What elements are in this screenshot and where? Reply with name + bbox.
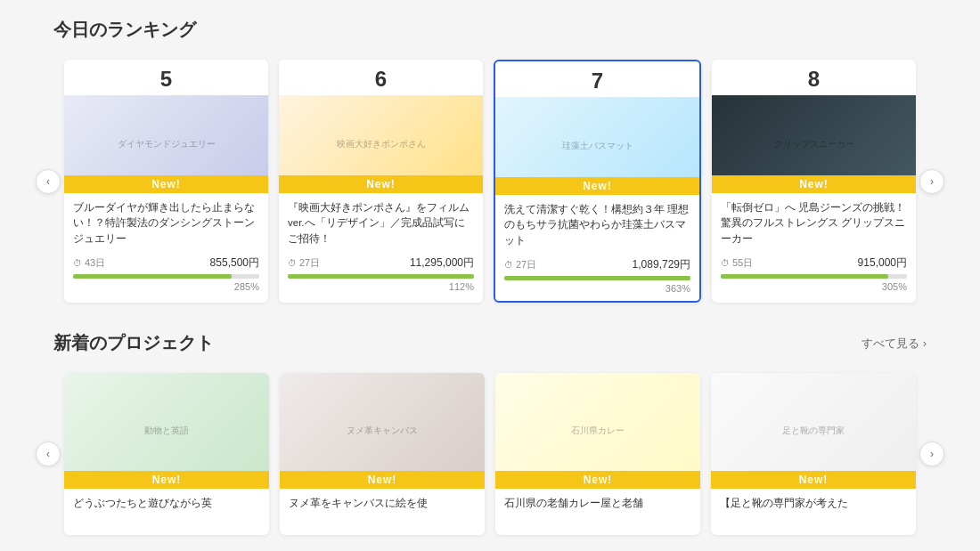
new-badge: New! — [712, 175, 916, 193]
card-days: ⏱ 43日 — [73, 256, 105, 270]
new-project-card-3[interactable]: 石川県カレー New! 石川県の老舗カレー屋と老舗 — [495, 373, 700, 535]
card-body: 「転倒ゼロ」へ 児島ジーンズの挑戦！驚異のフルストレングス グリップスニーカー … — [712, 193, 916, 299]
card-rank: 7 — [495, 61, 699, 97]
page-wrapper: 今日のランキング ‹ 5 ダイヤモンドジュエリー New! ブルーダイヤが輝き出… — [0, 0, 980, 551]
progress-bar-fill — [73, 274, 232, 279]
clock-icon: ⏱ — [288, 258, 297, 268]
progress-bar-fill — [721, 274, 888, 279]
card-title: ブルーダイヤが輝き出したら止まらない！？特許製法のダンシングストーンジュエリー — [73, 200, 259, 248]
card-image: ヌメ革キャンバス New! — [280, 373, 485, 489]
card-image-label: 動物と英語 — [141, 421, 192, 441]
card-image-label: グリップスニーカー — [771, 134, 858, 154]
card-percent: 112% — [288, 281, 474, 292]
new-projects-carousel: ‹ 動物と英語 New! どうぶつたちと遊びながら英 ヌメ革キャンバス New!… — [0, 366, 980, 542]
progress-bar-fill — [504, 276, 690, 280]
progress-bar — [288, 274, 474, 279]
ranking-cards-row: 5 ダイヤモンドジュエリー New! ブルーダイヤが輝き出したら止まらない！？特… — [61, 53, 919, 310]
new-projects-cards-row: 動物と英語 New! どうぶつたちと遊びながら英 ヌメ革キャンバス New! ヌ… — [61, 366, 919, 542]
new-projects-section: 新着のプロジェクト すべて見る › ‹ 動物と英語 New! どうぶつたちと遊び… — [0, 331, 980, 542]
new-badge: New! — [495, 471, 700, 489]
card-image: 珪藻土バスマット New! — [495, 97, 699, 195]
new-badge: New! — [279, 175, 483, 193]
ranking-card-6[interactable]: 6 映画大好きポンポさん New! 『映画大好きポンポさん』をフィルムver.へ… — [279, 60, 483, 303]
clock-icon: ⏱ — [73, 258, 82, 268]
new-project-card-2[interactable]: ヌメ革キャンバス New! ヌメ革をキャンバスに絵を使 — [280, 373, 485, 535]
card-title: どうぶつたちと遊びながら英 — [73, 496, 260, 521]
card-title: 『映画大好きポンポさん』をフィルムver.へ「リデザイン」／完成品試写にご招待！ — [288, 200, 474, 248]
card-days: ⏱ 27日 — [288, 256, 320, 270]
new-projects-title: 新着のプロジェクト — [53, 331, 214, 355]
card-image-label: 石川県カレー — [568, 421, 628, 441]
card-percent: 363% — [504, 283, 690, 294]
new-project-card-4[interactable]: 足と靴の専門家 New! 【足と靴の専門家が考えた — [711, 373, 916, 535]
card-image: ダイヤモンドジュエリー New! — [64, 95, 268, 193]
card-body: 【足と靴の専門家が考えた — [711, 489, 916, 535]
progress-bar — [73, 274, 259, 279]
card-image-label: 珪藻土バスマット — [559, 136, 637, 156]
card-body: 『映画大好きポンポさん』をフィルムver.へ「リデザイン」／完成品試写にご招待！… — [279, 193, 483, 299]
card-footer: ⏱ 55日 915,000円 — [721, 255, 907, 271]
card-body: ブルーダイヤが輝き出したら止まらない！？特許製法のダンシングストーンジュエリー … — [64, 193, 268, 299]
see-all-link[interactable]: すべて見る › — [862, 336, 927, 352]
ranking-title: 今日のランキング — [53, 18, 196, 42]
progress-bar — [504, 276, 690, 280]
new-projects-header: 新着のプロジェクト すべて見る › — [0, 331, 980, 355]
card-percent: 305% — [721, 281, 907, 292]
card-footer: ⏱ 27日 1,089,729円 — [504, 257, 690, 272]
card-image: 石川県カレー New! — [495, 373, 700, 489]
card-image-label: 足と靴の専門家 — [779, 421, 848, 441]
card-body: 石川県の老舗カレー屋と老舗 — [495, 489, 700, 535]
card-days: ⏱ 27日 — [504, 258, 536, 271]
card-image: 足と靴の専門家 New! — [711, 373, 916, 489]
ranking-section: 今日のランキング ‹ 5 ダイヤモンドジュエリー New! ブルーダイヤが輝き出… — [0, 18, 980, 310]
clock-icon: ⏱ — [721, 258, 730, 268]
card-footer: ⏱ 27日 11,295,000円 — [288, 255, 474, 271]
progress-bar — [721, 274, 907, 279]
card-footer: ⏱ 43日 855,500円 — [73, 255, 259, 271]
card-percent: 285% — [73, 281, 259, 292]
ranking-card-7[interactable]: 7 珪藻土バスマット New! 洗えて清潔すぐ乾く！構想約３年 理想のもちサラ抗… — [494, 60, 701, 303]
card-rank: 8 — [712, 60, 916, 95]
card-title: 洗えて清潔すぐ乾く！構想約３年 理想のもちサラ抗菌やわらか珪藻土バスマット — [504, 202, 690, 250]
card-rank: 6 — [279, 60, 483, 95]
card-amount: 11,295,000円 — [410, 255, 474, 271]
new-project-card-1[interactable]: 動物と英語 New! どうぶつたちと遊びながら英 — [64, 373, 269, 535]
new-projects-prev-arrow[interactable]: ‹ — [36, 442, 61, 466]
ranking-card-8[interactable]: 8 グリップスニーカー New! 「転倒ゼロ」へ 児島ジーンズの挑戦！驚異のフル… — [712, 60, 916, 303]
new-badge: New! — [711, 471, 916, 489]
new-badge: New! — [64, 471, 269, 489]
progress-bar-fill — [288, 274, 474, 279]
card-body: 洗えて清潔すぐ乾く！構想約３年 理想のもちサラ抗菌やわらか珪藻土バスマット ⏱ … — [495, 195, 699, 301]
new-projects-next-arrow[interactable]: › — [919, 442, 944, 466]
card-image: 映画大好きポンポさん New! — [279, 95, 483, 193]
card-body: ヌメ革をキャンバスに絵を使 — [280, 489, 485, 535]
card-amount: 855,500円 — [210, 255, 259, 271]
ranking-card-5[interactable]: 5 ダイヤモンドジュエリー New! ブルーダイヤが輝き出したら止まらない！？特… — [64, 60, 268, 303]
ranking-carousel: ‹ 5 ダイヤモンドジュエリー New! ブルーダイヤが輝き出したら止まらない！… — [0, 53, 980, 310]
ranking-prev-arrow[interactable]: ‹ — [36, 169, 61, 194]
card-title: 石川県の老舗カレー屋と老舗 — [504, 496, 691, 521]
card-amount: 915,000円 — [858, 255, 907, 271]
new-badge: New! — [495, 177, 699, 195]
card-image-label: ダイヤモンドジュエリー — [114, 134, 219, 154]
card-image-label: ヌメ革キャンバス — [343, 421, 421, 441]
card-rank: 5 — [64, 60, 268, 95]
new-badge: New! — [280, 471, 485, 489]
card-amount: 1,089,729円 — [633, 257, 690, 272]
card-title: ヌメ革をキャンバスに絵を使 — [289, 496, 476, 521]
card-image: 動物と英語 New! — [64, 373, 269, 489]
ranking-section-header: 今日のランキング — [0, 18, 980, 42]
card-image-label: 映画大好きポンポさん — [333, 134, 429, 154]
card-title: 「転倒ゼロ」へ 児島ジーンズの挑戦！驚異のフルストレングス グリップスニーカー — [721, 200, 907, 248]
card-body: どうぶつたちと遊びながら英 — [64, 489, 269, 535]
card-title: 【足と靴の専門家が考えた — [720, 496, 907, 521]
clock-icon: ⏱ — [504, 260, 513, 270]
ranking-next-arrow[interactable]: › — [919, 169, 944, 194]
card-days: ⏱ 55日 — [721, 256, 753, 270]
card-image: グリップスニーカー New! — [712, 95, 916, 193]
new-badge: New! — [64, 175, 268, 193]
